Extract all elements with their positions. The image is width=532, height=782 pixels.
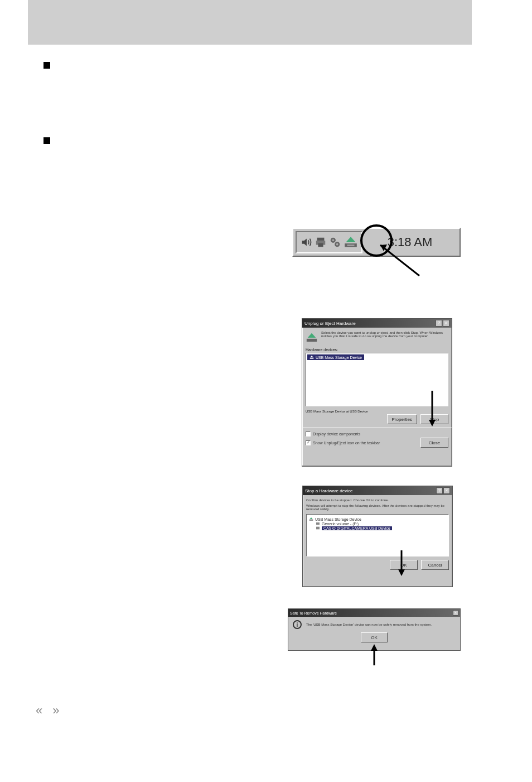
page-nav[interactable]: « » bbox=[36, 703, 63, 718]
eject-hardware-icon[interactable] bbox=[344, 235, 358, 250]
properties-button[interactable]: Properties bbox=[387, 414, 417, 424]
dialog-line2: Windows will attempt to stop the followi… bbox=[306, 504, 449, 511]
svg-point-6 bbox=[336, 243, 338, 246]
volume-icon bbox=[316, 521, 320, 526]
close-icon[interactable]: × bbox=[443, 320, 449, 327]
list-item[interactable]: USB Mass Storage Device bbox=[307, 354, 364, 360]
stop-hardware-dialog: Stop a Hardware device ? × Confirm devic… bbox=[302, 486, 453, 587]
arrow-to-safe-ok-button bbox=[369, 643, 380, 665]
dialog-title-bar: Stop a Hardware device ? × bbox=[303, 486, 452, 495]
close-icon[interactable]: × bbox=[443, 487, 450, 494]
dialog-intro-text: Select the device you want to unplug or … bbox=[321, 331, 448, 338]
arrow-to-stop-button bbox=[427, 391, 438, 430]
svg-rect-2 bbox=[318, 243, 323, 247]
svg-rect-9 bbox=[347, 244, 355, 246]
svg-rect-14 bbox=[310, 358, 314, 359]
volume-icon[interactable] bbox=[300, 236, 312, 248]
info-icon: i bbox=[293, 620, 302, 629]
svg-rect-20 bbox=[316, 522, 320, 525]
close-icon[interactable]: × bbox=[453, 610, 458, 616]
dialog-title: Unplug or Eject Hardware bbox=[304, 321, 356, 326]
device-icon bbox=[309, 517, 313, 521]
tree-item[interactable]: Generic volume - (F:) bbox=[316, 521, 446, 526]
checkbox-label: Display device components bbox=[313, 432, 360, 436]
cancel-button[interactable]: Cancel bbox=[421, 560, 449, 570]
svg-line-10 bbox=[380, 245, 419, 276]
device-icon bbox=[309, 355, 314, 359]
svg-point-5 bbox=[332, 239, 335, 242]
dialog-message: The 'USB Mass Storage Device' device can… bbox=[306, 623, 456, 626]
tree-item[interactable]: USB Mass Storage Device bbox=[309, 517, 446, 521]
tray-well bbox=[296, 231, 362, 253]
svg-rect-21 bbox=[316, 527, 320, 530]
svg-rect-12 bbox=[307, 339, 317, 342]
bullet-icon bbox=[43, 137, 50, 144]
help-button[interactable]: ? bbox=[436, 487, 443, 494]
dialog-title: Stop a Hardware device bbox=[305, 488, 352, 493]
svg-rect-0 bbox=[317, 238, 325, 241]
svg-marker-23 bbox=[398, 569, 405, 576]
ok-button[interactable]: OK bbox=[361, 632, 388, 642]
dialog-title-bar: Unplug or Eject Hardware ? × bbox=[302, 319, 452, 328]
header-band bbox=[28, 0, 472, 45]
arrow-to-ok-button bbox=[396, 550, 407, 578]
arrow-to-tray-icon bbox=[364, 231, 431, 281]
printer-icon[interactable] bbox=[315, 236, 327, 248]
close-button[interactable]: Close bbox=[420, 438, 448, 448]
svg-marker-13 bbox=[308, 333, 316, 338]
svg-marker-17 bbox=[429, 420, 436, 426]
help-button[interactable]: ? bbox=[436, 320, 442, 327]
display-components-checkbox[interactable] bbox=[306, 431, 311, 436]
eject-hardware-icon bbox=[306, 331, 318, 344]
svg-marker-8 bbox=[346, 237, 355, 242]
tree-item[interactable]: CASIO DIGITALCAMERA USB Device bbox=[316, 526, 446, 530]
dialog-line1: Confirm devices to be stopped. Choose OK… bbox=[306, 498, 449, 502]
network-icon[interactable] bbox=[329, 236, 341, 248]
show-icon-checkbox[interactable]: ✓ bbox=[306, 440, 311, 445]
svg-rect-18 bbox=[309, 520, 313, 521]
device-tree[interactable]: USB Mass Storage Device Generic volume -… bbox=[306, 514, 449, 556]
svg-marker-19 bbox=[309, 517, 312, 519]
dialog-title: Safe To Remove Hardware bbox=[290, 611, 337, 615]
hardware-devices-label: Hardware devices: bbox=[306, 348, 448, 352]
svg-marker-15 bbox=[310, 356, 313, 357]
bullet-icon bbox=[43, 62, 50, 69]
checkbox-label: Show Unplug/Eject icon on the taskbar bbox=[313, 441, 380, 445]
dialog-title-bar: Safe To Remove Hardware × bbox=[288, 609, 460, 617]
list-item-label: USB Mass Storage Device bbox=[316, 356, 362, 359]
svg-marker-25 bbox=[371, 644, 378, 651]
disk-icon bbox=[316, 526, 320, 530]
